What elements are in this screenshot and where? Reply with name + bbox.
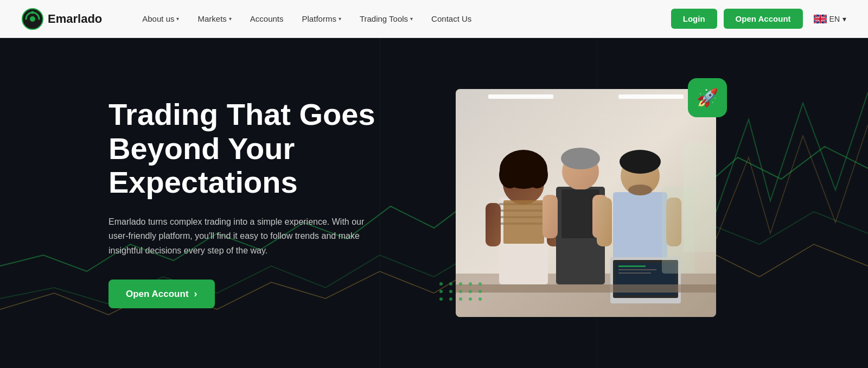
- open-account-button[interactable]: Open Account: [724, 9, 803, 29]
- svg-rect-9: [618, 94, 684, 99]
- svg-point-31: [620, 150, 661, 174]
- nav-about-us[interactable]: About us ▾: [135, 10, 187, 28]
- hero-image-wrapper: 🚀: [456, 89, 716, 317]
- svg-point-18: [499, 161, 521, 188]
- navbar: Emarlado About us ▾ Markets ▾ Accounts P…: [0, 0, 868, 38]
- svg-rect-38: [618, 265, 646, 267]
- chevron-down-icon: ▾: [176, 16, 179, 22]
- office-image-svg: [456, 89, 716, 317]
- nav-platforms[interactable]: Platforms ▾: [295, 10, 349, 28]
- hero-office-image: [456, 89, 716, 317]
- dots-grid: [439, 282, 484, 301]
- svg-point-1: [30, 16, 35, 22]
- svg-point-19: [526, 161, 548, 188]
- svg-rect-43: [684, 143, 716, 252]
- svg-rect-21: [486, 203, 501, 246]
- chevron-down-icon: ▾: [229, 16, 232, 22]
- hero-content: Trading That Goes Beyond Your Expectatio…: [0, 89, 868, 317]
- logo-text: Emarlado: [48, 12, 102, 26]
- svg-rect-40: [618, 272, 651, 274]
- logo-icon: [22, 8, 43, 30]
- rocket-badge: 🚀: [688, 78, 727, 117]
- hero-description: Emarlado turns complex trading into a si…: [108, 215, 369, 258]
- svg-point-2: [31, 11, 34, 14]
- svg-rect-39: [618, 269, 656, 270]
- chevron-down-icon: ▾: [339, 16, 341, 22]
- rocket-icon: 🚀: [697, 87, 718, 108]
- hero-title: Trading That Goes Beyond Your Expectatio…: [108, 98, 412, 200]
- logo[interactable]: Emarlado: [22, 8, 102, 30]
- nav-markets[interactable]: Markets ▾: [190, 10, 239, 28]
- language-selector[interactable]: EN ▾: [814, 15, 846, 23]
- chevron-down-icon: ▾: [410, 16, 413, 22]
- svg-rect-41: [456, 284, 716, 293]
- hero-section: Trading That Goes Beyond Your Expectatio…: [0, 38, 868, 368]
- nav-accounts[interactable]: Accounts: [242, 10, 291, 28]
- nav-trading-tools[interactable]: Trading Tools ▾: [352, 10, 420, 28]
- chevron-down-icon: ▾: [843, 15, 846, 23]
- svg-point-32: [628, 185, 652, 195]
- svg-point-25: [561, 148, 600, 169]
- nav-actions: Login Open Account EN ▾: [671, 9, 846, 29]
- svg-rect-20: [503, 200, 544, 244]
- svg-rect-27: [542, 195, 558, 238]
- nav-contact-us[interactable]: Contact Us: [424, 10, 479, 28]
- svg-rect-33: [597, 198, 612, 246]
- nav-links: About us ▾ Markets ▾ Accounts Platforms …: [135, 10, 671, 28]
- arrow-right-icon: ›: [194, 288, 197, 300]
- login-button[interactable]: Login: [671, 9, 717, 29]
- hero-open-account-button[interactable]: Open Account ›: [108, 280, 215, 308]
- hero-text-block: Trading That Goes Beyond Your Expectatio…: [108, 98, 412, 308]
- svg-rect-8: [488, 94, 553, 99]
- flag-uk-icon: [814, 15, 827, 23]
